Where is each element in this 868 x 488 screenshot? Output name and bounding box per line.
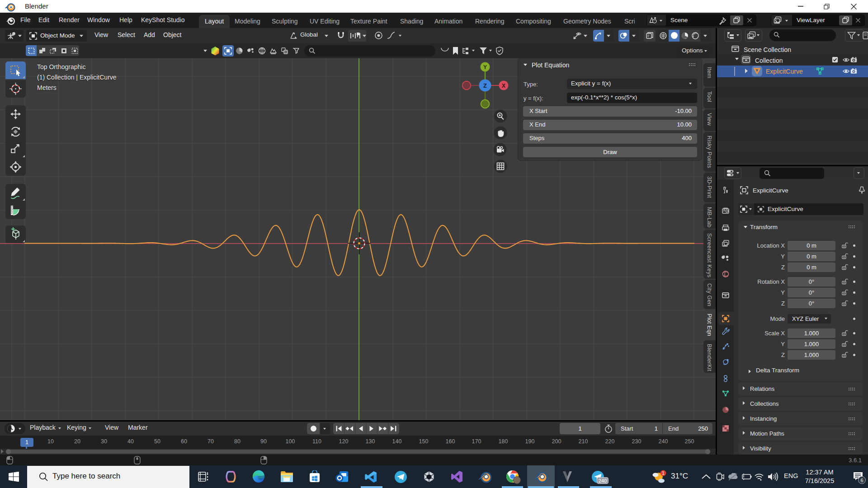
svg-text:X: X [502, 83, 505, 89]
svg-text:Z: Z [483, 82, 487, 89]
svg-text:Y: Y [483, 64, 487, 70]
svg-text:1: 1 [662, 470, 665, 476]
